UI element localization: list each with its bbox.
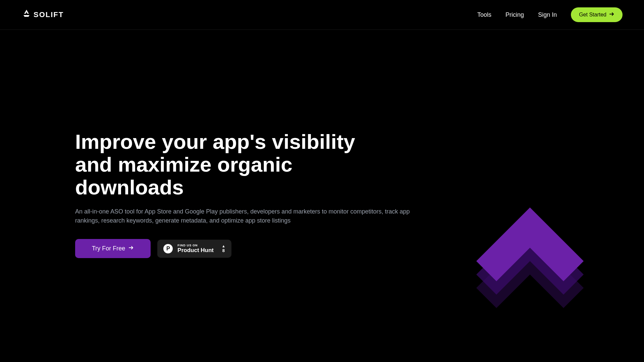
product-hunt-name: Product Hunt <box>177 247 214 254</box>
hero-subtitle: An all-in-one ASO tool for App Store and… <box>75 207 431 226</box>
product-hunt-upvote: ▲ 8 <box>222 244 225 253</box>
chevron-graphic-icon <box>456 184 604 313</box>
logo-mark-icon <box>21 9 32 20</box>
arrow-right-icon <box>128 245 134 252</box>
main-nav: Tools Pricing Sign In Get Started <box>477 7 623 22</box>
product-hunt-find-label: FIND US ON <box>177 244 214 247</box>
logo[interactable]: SOLIFT <box>21 9 64 20</box>
arrow-right-icon <box>609 11 614 18</box>
product-hunt-text: FIND US ON Product Hunt <box>177 244 214 254</box>
product-hunt-badge[interactable]: P FIND US ON Product Hunt ▲ 8 <box>157 240 231 258</box>
product-hunt-icon: P <box>163 244 173 253</box>
try-free-label: Try For Free <box>92 245 125 252</box>
hero-title: Improve your app's visibility and maximi… <box>75 130 377 199</box>
get-started-label: Get Started <box>579 12 606 18</box>
nav-signin[interactable]: Sign In <box>538 11 557 18</box>
try-free-button[interactable]: Try For Free <box>75 239 151 258</box>
product-hunt-count: 8 <box>222 248 225 253</box>
get-started-button[interactable]: Get Started <box>571 7 623 22</box>
site-header: SOLIFT Tools Pricing Sign In Get Started <box>0 0 644 30</box>
nav-tools[interactable]: Tools <box>477 11 491 18</box>
nav-pricing[interactable]: Pricing <box>505 11 524 18</box>
hero-section: Improve your app's visibility and maximi… <box>0 30 644 258</box>
logo-text: SOLIFT <box>34 10 64 19</box>
triangle-up-icon: ▲ <box>222 244 225 248</box>
